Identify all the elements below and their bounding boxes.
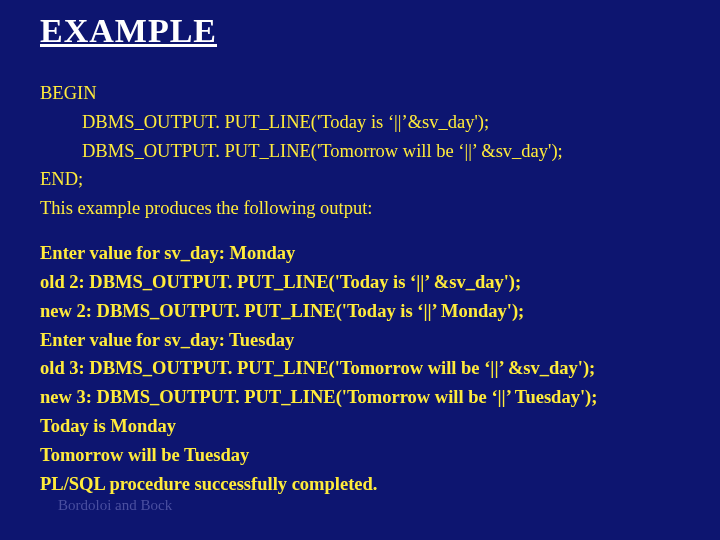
output-line: Today is Monday — [40, 413, 690, 440]
code-line: DBMS_OUTPUT. PUT_LINE('Today is ‘||’&sv_… — [40, 109, 690, 136]
output-line: old 2: DBMS_OUTPUT. PUT_LINE('Today is ‘… — [40, 269, 690, 296]
footer-credit: Bordoloi and Bock — [58, 497, 172, 514]
slide-body: BEGIN DBMS_OUTPUT. PUT_LINE('Today is ‘|… — [40, 80, 690, 499]
output-line: Enter value for sv_day: Monday — [40, 240, 690, 267]
output-line: new 2: DBMS_OUTPUT. PUT_LINE('Today is ‘… — [40, 298, 690, 325]
output-line: PL/SQL procedure successfully completed. — [40, 471, 690, 498]
slide: EXAMPLE BEGIN DBMS_OUTPUT. PUT_LINE('Tod… — [0, 0, 720, 540]
slide-title: EXAMPLE — [40, 12, 217, 50]
output-line: old 3: DBMS_OUTPUT. PUT_LINE('Tomorrow w… — [40, 355, 690, 382]
code-line: BEGIN — [40, 80, 690, 107]
code-line: END; — [40, 166, 690, 193]
code-line: This example produces the following outp… — [40, 195, 690, 222]
output-line: Enter value for sv_day: Tuesday — [40, 327, 690, 354]
code-line: DBMS_OUTPUT. PUT_LINE('Tomorrow will be … — [40, 138, 690, 165]
output-line: Tomorrow will be Tuesday — [40, 442, 690, 469]
output-line: new 3: DBMS_OUTPUT. PUT_LINE('Tomorrow w… — [40, 384, 690, 411]
spacer — [40, 224, 690, 240]
